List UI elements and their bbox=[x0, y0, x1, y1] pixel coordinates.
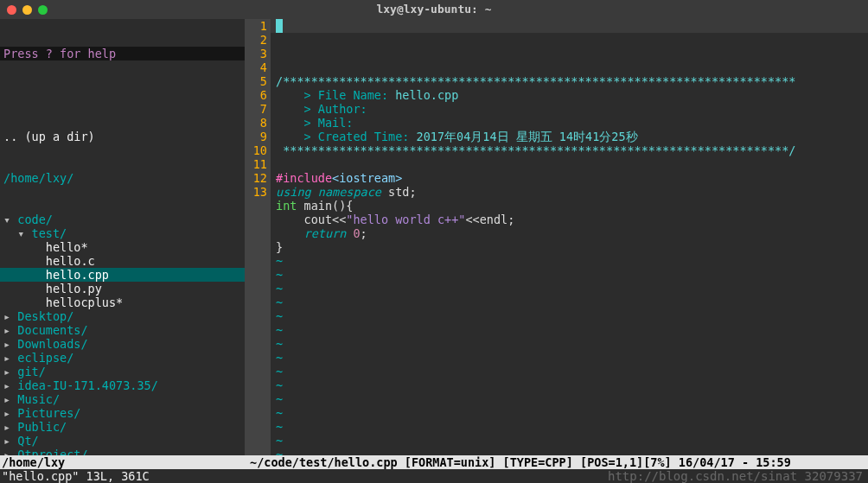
code-line bbox=[276, 157, 868, 171]
chevron-right-icon: ▸ bbox=[3, 378, 17, 392]
blank-icon bbox=[3, 268, 46, 282]
tilde-line: ~ bbox=[276, 296, 868, 309]
code-line: } bbox=[276, 240, 868, 254]
cursor bbox=[276, 19, 283, 33]
tree-item-label: Qt/ bbox=[17, 434, 38, 448]
command-line[interactable]: "hello.cpp" 13L, 361C http://blog.csdn.n… bbox=[0, 469, 868, 483]
tree-dir[interactable]: ▸ Qt/ bbox=[0, 434, 245, 448]
line-number: 10 bbox=[245, 143, 267, 157]
tree-item-label: hellocplus* bbox=[46, 296, 123, 309]
chevron-right-icon: ▸ bbox=[3, 337, 17, 351]
code-line: #include<iostream> bbox=[276, 171, 868, 185]
tree-dir[interactable]: ▸ Public/ bbox=[0, 420, 245, 434]
line-number: 5 bbox=[245, 74, 267, 88]
tree-item-label: idea-IU-171.4073.35/ bbox=[17, 378, 158, 392]
chevron-right-icon: ▸ bbox=[3, 365, 17, 378]
tree-item-label: Downloads/ bbox=[17, 337, 87, 351]
tree-dir[interactable]: ▸ Pictures/ bbox=[0, 406, 245, 420]
tilde-line: ~ bbox=[276, 406, 868, 420]
tilde-line: ~ bbox=[276, 378, 868, 392]
chevron-right-icon: ▸ bbox=[3, 420, 17, 434]
tree-updir[interactable]: .. (up a dir) bbox=[0, 130, 245, 143]
tilde-line: ~ bbox=[276, 448, 868, 455]
code-line: return 0; bbox=[276, 226, 868, 240]
tree-item-label: test/ bbox=[32, 226, 67, 240]
chevron-right-icon: ▸ bbox=[3, 434, 17, 448]
tilde-line: ~ bbox=[276, 365, 868, 378]
tree-dir[interactable]: ▸ git/ bbox=[0, 365, 245, 378]
line-number: 7 bbox=[245, 102, 267, 116]
file-tree[interactable]: Press ? for help .. (up a dir) /home/lxy… bbox=[0, 19, 245, 455]
line-number: 2 bbox=[245, 33, 267, 47]
tree-item-label: Public/ bbox=[17, 420, 67, 434]
tree-dir[interactable]: ▸ Music/ bbox=[0, 392, 245, 406]
cmdline-text: "hello.cpp" 13L, 361C bbox=[2, 469, 150, 483]
watermark: http://blog.csdn.net/sinat_32079337 bbox=[608, 469, 863, 483]
tree-file[interactable]: hello.py bbox=[0, 282, 245, 296]
tilde-line: ~ bbox=[276, 392, 868, 406]
line-number: 6 bbox=[245, 88, 267, 102]
line-number: 11 bbox=[245, 157, 267, 171]
tree-item-label: eclipse/ bbox=[17, 351, 73, 365]
window-title: lxy@lxy-ubuntu: ~ bbox=[0, 3, 868, 16]
chevron-down-icon: ▾ bbox=[3, 226, 32, 240]
tree-file[interactable]: hello.cpp bbox=[0, 268, 245, 282]
line-number: 13 bbox=[245, 185, 267, 199]
tree-file[interactable]: hello* bbox=[0, 240, 245, 254]
code-line: > Author: bbox=[276, 102, 868, 116]
tree-dir[interactable]: ▸ Downloads/ bbox=[0, 337, 245, 351]
chevron-down-icon: ▾ bbox=[3, 213, 17, 226]
tree-file[interactable]: hellocplus* bbox=[0, 296, 245, 309]
tree-dir[interactable]: ▾ code/ bbox=[0, 213, 245, 226]
tilde-line: ~ bbox=[276, 351, 868, 365]
tree-root[interactable]: /home/lxy/ bbox=[0, 171, 245, 185]
code-line: ****************************************… bbox=[276, 143, 868, 157]
line-number: 3 bbox=[245, 47, 267, 60]
line-number: 4 bbox=[245, 60, 267, 74]
tilde-line: ~ bbox=[276, 434, 868, 448]
tilde-line: ~ bbox=[276, 282, 868, 296]
tree-item-label: hello.c bbox=[46, 254, 95, 268]
chevron-right-icon: ▸ bbox=[3, 309, 17, 323]
tree-dir[interactable]: ▸ eclipse/ bbox=[0, 351, 245, 365]
tree-file[interactable]: hello.c bbox=[0, 254, 245, 268]
code-line: > Mail: bbox=[276, 116, 868, 130]
tree-item-label: hello.py bbox=[46, 282, 102, 296]
code-line: > File Name: hello.cpp bbox=[276, 88, 868, 102]
tree-item-label: Music/ bbox=[17, 392, 60, 406]
blank-icon bbox=[3, 240, 46, 254]
code-line: using namespace std; bbox=[276, 185, 868, 199]
tree-dir[interactable]: ▸ Desktop/ bbox=[0, 309, 245, 323]
tilde-line: ~ bbox=[276, 420, 868, 434]
tree-item-label: Desktop/ bbox=[17, 309, 73, 323]
chevron-right-icon: ▸ bbox=[3, 323, 17, 337]
code-area[interactable]: /***************************************… bbox=[271, 19, 868, 455]
titlebar: lxy@lxy-ubuntu: ~ bbox=[0, 0, 868, 19]
tree-item-label: Documents/ bbox=[17, 323, 87, 337]
tree-help: Press ? for help bbox=[0, 47, 245, 60]
tree-item-label: hello.cpp bbox=[46, 268, 109, 282]
line-number: 9 bbox=[245, 130, 267, 143]
tree-dir[interactable]: ▾ test/ bbox=[0, 226, 245, 240]
line-number: 8 bbox=[245, 116, 267, 130]
code-line: int main(){ bbox=[276, 199, 868, 213]
line-number: 1 bbox=[245, 19, 267, 33]
chevron-right-icon: ▸ bbox=[3, 392, 17, 406]
blank-icon bbox=[3, 282, 46, 296]
chevron-right-icon: ▸ bbox=[3, 406, 17, 420]
tilde-line: ~ bbox=[276, 323, 868, 337]
tree-item-label: git/ bbox=[17, 365, 46, 378]
code-line: cout<<"hello world c++"<<endl; bbox=[276, 213, 868, 226]
tree-dir[interactable]: ▸ idea-IU-171.4073.35/ bbox=[0, 378, 245, 392]
current-line-highlight bbox=[271, 19, 868, 33]
tree-dir[interactable]: ▸ Documents/ bbox=[0, 323, 245, 337]
status-bar: /home/lxy ~/code/test/hello.cpp [FORMAT=… bbox=[0, 455, 868, 469]
tilde-line: ~ bbox=[276, 268, 868, 282]
code-line: > Created Time: 2017年04月14日 星期五 14时41分25… bbox=[276, 130, 868, 143]
blank-icon bbox=[3, 296, 46, 309]
tilde-line: ~ bbox=[276, 337, 868, 351]
line-number-gutter: 12345678910111213 bbox=[245, 19, 271, 455]
chevron-right-icon: ▸ bbox=[3, 448, 17, 455]
editor[interactable]: 12345678910111213 /*********************… bbox=[245, 19, 868, 455]
tree-dir[interactable]: ▸ Qtproject/ bbox=[0, 448, 245, 455]
